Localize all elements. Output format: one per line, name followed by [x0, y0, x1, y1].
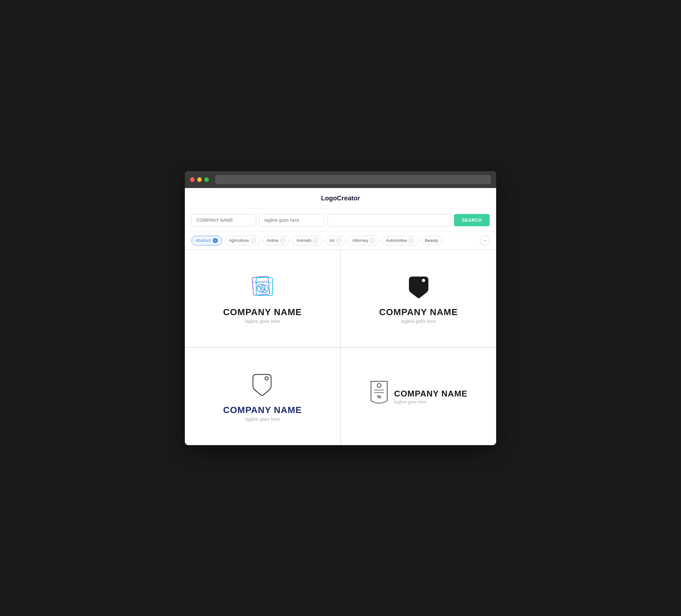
filter-agriculture-label: Agriculture: [229, 238, 249, 243]
filter-animals-label: Animals: [296, 238, 311, 243]
logo-company-4: COMPANY NAME: [394, 389, 467, 399]
tagline-input[interactable]: [259, 214, 324, 226]
logo-card-3[interactable]: COMPANY NAME tagline goes here: [185, 348, 340, 445]
logo-company-3: COMPANY NAME: [223, 405, 302, 415]
filter-airline-label: Airline: [267, 238, 279, 243]
filter-beauty[interactable]: Beauty: [421, 236, 442, 245]
filter-beauty-label: Beauty: [425, 238, 438, 243]
logo-card-4[interactable]: % COMPANY NAME tagline goes here: [341, 348, 496, 445]
logo-tagline-3: tagline goes here: [245, 417, 280, 422]
logo-icon-4: %: [369, 380, 389, 407]
logo-tagline-2: tagline goes here: [401, 319, 436, 324]
logo-company-1: COMPANY NAME: [223, 307, 302, 317]
filter-bar: Abstract ✓ Agriculture ✓ Airline ✓ Anima…: [185, 232, 496, 250]
filter-animals[interactable]: Animals ✓: [292, 236, 322, 246]
filter-art[interactable]: Art ✓: [325, 236, 346, 246]
filter-agriculture-check: ✓: [251, 238, 256, 243]
svg-point-9: [265, 377, 268, 380]
filter-abstract-label: Abstract: [196, 238, 211, 243]
filter-art-label: Art: [329, 238, 335, 243]
url-bar[interactable]: [215, 175, 491, 184]
company-name-input[interactable]: [191, 214, 256, 226]
minimize-button[interactable]: [197, 177, 202, 182]
search-bar: SEARCH: [185, 209, 496, 232]
extra-input[interactable]: [328, 214, 451, 226]
logo-icon-1: [248, 273, 277, 301]
app-title: LogoCreator: [321, 195, 360, 202]
search-button[interactable]: SEARCH: [454, 214, 490, 226]
logo-icon-3: [250, 371, 276, 399]
close-button[interactable]: [190, 177, 195, 182]
logo-card-1[interactable]: COMPANY NAME tagline goes here: [185, 250, 340, 347]
logo-tagline-4: tagline goes here: [394, 400, 467, 404]
filter-automotive[interactable]: Automotive ✓: [382, 236, 418, 246]
logo-icon-2: [406, 273, 432, 301]
filter-automotive-label: Automotive: [386, 238, 407, 243]
svg-point-8: [422, 279, 425, 282]
svg-text:%: %: [377, 394, 381, 400]
filter-automotive-check: ✓: [409, 238, 414, 243]
filter-attorney[interactable]: Attorney ✓: [348, 236, 379, 246]
maximize-button[interactable]: [204, 177, 209, 182]
filter-abstract[interactable]: Abstract ✓: [191, 236, 222, 246]
logo-horizontal-container: % COMPANY NAME tagline goes here: [369, 380, 467, 413]
filter-airline-check: ✓: [280, 238, 285, 243]
filter-art-check: ✓: [336, 238, 342, 243]
logo-grid: COMPANY NAME tagline goes here COMPANY N…: [185, 250, 496, 445]
titlebar: [185, 171, 496, 188]
browser-window: LogoCreator SEARCH Abstract ✓ Agricultur…: [185, 171, 496, 445]
filter-attorney-check: ✓: [370, 238, 375, 243]
logo-tagline-1: tagline goes here: [245, 319, 280, 324]
filter-attorney-label: Attorney: [353, 238, 368, 243]
app-content: LogoCreator SEARCH Abstract ✓ Agricultur…: [185, 188, 496, 445]
logo-company-2: COMPANY NAME: [379, 307, 458, 317]
logo4-text-container: COMPANY NAME tagline goes here: [394, 389, 467, 404]
filter-animals-check: ✓: [313, 238, 318, 243]
filter-next-button[interactable]: →: [480, 236, 490, 246]
svg-point-10: [377, 384, 381, 387]
app-header: LogoCreator: [185, 188, 496, 209]
logo-card-2[interactable]: COMPANY NAME tagline goes here: [341, 250, 496, 347]
filter-abstract-check: ✓: [213, 238, 218, 243]
filter-airline[interactable]: Airline ✓: [263, 236, 289, 246]
filter-agriculture[interactable]: Agriculture ✓: [225, 236, 260, 246]
